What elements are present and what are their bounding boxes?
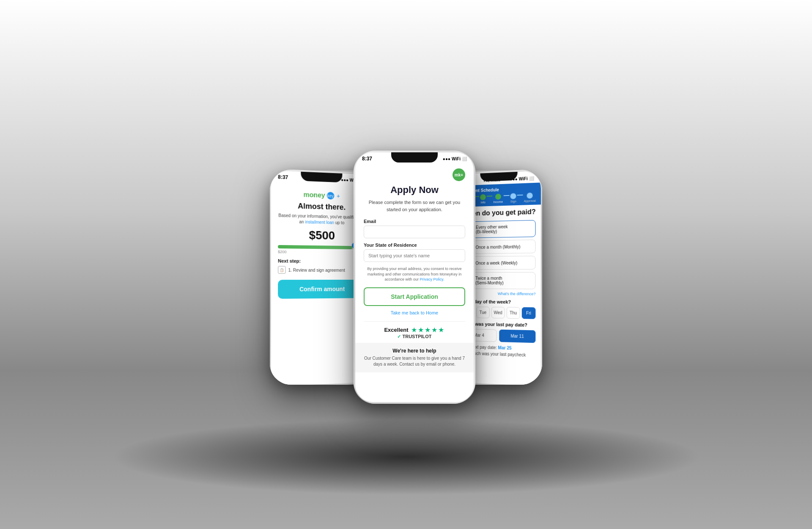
logo-money-text: money (304, 191, 325, 199)
trustpilot-excellent: Excellent (384, 327, 408, 333)
almost-title: Almost there. (278, 201, 365, 212)
mk-badge: mk+ (364, 168, 465, 181)
consent-text: By providing your email address, you con… (364, 266, 465, 282)
center-screen-content: mk+ Apply Now Please complete the form s… (355, 163, 474, 402)
loan-amount: $500 (278, 228, 365, 243)
footer-help: We're here to help Our Customer Care tea… (355, 343, 474, 372)
step-income: Income (493, 193, 503, 203)
step-info-label: Info (480, 201, 485, 204)
progress-line-3 (504, 195, 510, 196)
next-step-label: Next step: (278, 258, 365, 264)
home-link[interactable]: Take me back to Home (364, 310, 465, 315)
trustpilot-section: Excellent ★★★★★ ✓ TRUSTPILOT (364, 326, 465, 339)
step-info: Info (480, 194, 486, 204)
state-label: Your State of Residence (364, 242, 465, 248)
day-tue[interactable]: Tue (476, 307, 490, 318)
center-wifi-icon: WiFi (452, 157, 461, 161)
step-sign-dot (510, 193, 516, 199)
mk-badge-circle: mk+ (453, 168, 465, 181)
divider (364, 321, 465, 322)
step-approval-dot (527, 193, 533, 198)
slider-min-label: $200 (278, 250, 286, 254)
progress-line-4 (517, 194, 523, 195)
left-status-time: 8:37 (278, 174, 288, 180)
step-income-label: Income (493, 200, 503, 204)
email-input[interactable] (364, 226, 465, 238)
slider-fill (278, 245, 352, 249)
right-wifi-icon: WiFi (519, 176, 528, 181)
right-battery-icon: ⬜ (529, 176, 534, 181)
trustpilot-logo: ✓ TRUSTPILOT (364, 334, 465, 339)
center-status-time: 8:37 (362, 156, 372, 162)
next-pay-date: Mar 25 (498, 345, 512, 350)
moneykey-logo: money key + (278, 190, 364, 201)
apply-title: Apply Now (364, 185, 465, 196)
apply-subtitle: Please complete the form so we can get y… (364, 199, 465, 213)
option-semimonthly-label: Twice a month(Semi-Monthly) (475, 276, 504, 285)
phones-container: 8:37 ●●● WiFi ⬜ money key (270, 151, 542, 404)
step-approval-label: Approval (524, 199, 536, 203)
step-sign-label: Sign (510, 200, 516, 203)
step-sign: Sign (510, 193, 516, 203)
footer-help-title: We're here to help (360, 348, 469, 354)
day-fri[interactable]: Fri (522, 307, 536, 319)
step-income-dot (495, 194, 501, 200)
footer-help-text: Our Customer Care team is here to give y… (360, 355, 469, 367)
pay-date-mar11[interactable]: Mar 11 (499, 330, 535, 343)
privacy-policy-link[interactable]: Privacy Policy. (420, 277, 444, 281)
progress-line-2 (487, 196, 493, 196)
logo-key-icon: key (326, 192, 334, 199)
review-text: 1. Review and sign agreement (288, 267, 345, 272)
option-biweekly-label: Every other week(Bi-Weekly) (476, 224, 508, 234)
center-signal-icon: ●●● (443, 157, 450, 161)
installment-loan-link[interactable]: installment loan (305, 220, 334, 225)
state-input[interactable] (364, 249, 465, 262)
trustpilot-stars: ★★★★★ (411, 326, 445, 334)
signal-icon: ●●● (341, 177, 348, 182)
option-monthly-label: Once a month (Monthly) (476, 244, 521, 249)
phone-center: 8:37 ●●● WiFi ⬜ mk+ Apply Now Please com… (354, 151, 475, 404)
center-battery-icon: ⬜ (462, 157, 467, 161)
loan-slider[interactable]: $500 $200 (278, 245, 365, 255)
option-weekly-label: Once a week (Weekly) (475, 260, 517, 265)
review-icon: 📋 (278, 266, 285, 274)
day-wed[interactable]: Wed (491, 307, 505, 319)
center-status-icons: ●●● WiFi ⬜ (443, 157, 467, 161)
email-label: Email (364, 219, 465, 224)
logo-dot: + (337, 193, 340, 199)
qualified-text: Based on your information, you've qualif… (278, 212, 365, 226)
confirm-amount-button[interactable]: Confirm amount (278, 280, 365, 299)
day-thu[interactable]: Thu (506, 307, 520, 319)
trustpilot-row: Excellent ★★★★★ (364, 326, 465, 334)
slider-track: $500 (278, 245, 365, 250)
step-approval: Approval (524, 193, 536, 203)
review-item: 📋 1. Review and sign agreement (278, 266, 365, 274)
step-info-dot (480, 194, 486, 200)
start-application-button[interactable]: Start Application (364, 287, 465, 306)
slider-labels: $200 (278, 250, 365, 255)
ground-shadow (110, 419, 702, 495)
trustpilot-check-icon: ✓ (397, 334, 401, 339)
